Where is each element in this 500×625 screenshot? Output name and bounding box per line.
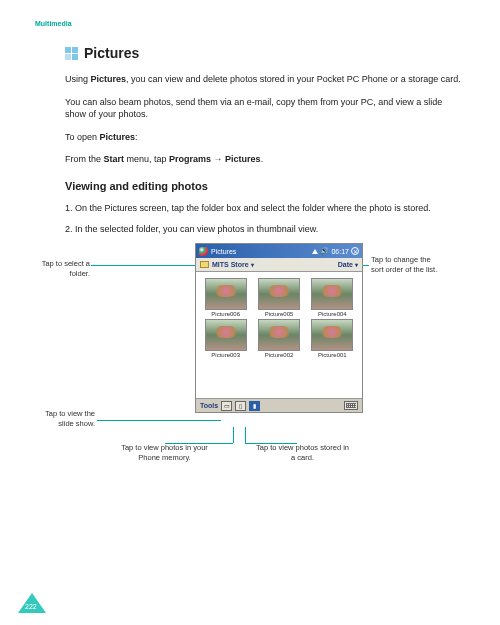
keyboard-icon[interactable] [344,401,358,410]
photo-thumbnail-icon [205,319,247,351]
page-header-section: Multimedia [35,20,465,27]
page-number: 222 [25,603,37,610]
photo-thumbnail-icon [311,278,353,310]
device-screenshot: Pictures 🔊 06:17 ✕ MITS Store▾ Date▾ Pic… [195,243,363,413]
device-titlebar: Pictures 🔊 06:17 ✕ [196,244,362,258]
storage-card-icon[interactable]: ▮ [249,401,260,411]
folder-icon [200,261,209,268]
callout-line-phone-v [233,427,234,443]
thumbnail-label: Picture004 [307,311,358,317]
callout-slideshow: Tap to view the slide show. [35,409,95,429]
close-icon[interactable]: ✕ [351,247,359,255]
squares-icon [65,47,78,60]
body-content: Using Pictures, you can view and delete … [65,73,465,483]
thumbnail-label: Picture005 [253,311,304,317]
photo-thumbnail-icon [258,319,300,351]
thumbnail-label: Picture006 [200,311,251,317]
callout-line-card-h [245,443,297,444]
screenshot-area: Tap to select a folder. Tap to change th… [65,243,465,483]
callout-line-folder [91,265,201,266]
para-2: You can also beam photos, send them via … [65,96,465,121]
thumbnail-item[interactable]: Picture002 [253,319,304,358]
step-1: 1. On the Pictures screen, tap the folde… [65,202,465,215]
callout-sort: Tap to change the sort order of the list… [371,255,443,275]
photo-thumbnail-icon [205,278,247,310]
subsection-heading: Viewing and editing photos [65,180,465,192]
para-4: From the Start menu, tap Programs → Pict… [65,153,465,166]
thumbnail-item[interactable]: Picture003 [200,319,251,358]
section-title-row: Pictures [65,45,465,61]
photo-thumbnail-icon [311,319,353,351]
callout-card: Tap to view photos stored in a card. [255,443,350,463]
speaker-icon: 🔊 [320,247,329,255]
folder-dropdown[interactable]: MITS Store▾ [212,261,254,268]
thumbnail-item[interactable]: Picture004 [307,278,358,317]
thumbnail-item[interactable]: Picture006 [200,278,251,317]
callout-line-phone-h [165,443,233,444]
device-subbar: MITS Store▾ Date▾ [196,258,362,272]
windows-flag-icon[interactable] [199,247,208,256]
callout-folder: Tap to select a folder. [35,259,90,279]
photo-thumbnail-icon [258,278,300,310]
device-app-title: Pictures [211,248,236,255]
callout-line-card-v [245,427,246,443]
thumbnail-label: Picture003 [200,352,251,358]
thumbnail-label: Picture001 [307,352,358,358]
thumbnail-item[interactable]: Picture001 [307,319,358,358]
thumbnail-label: Picture002 [253,352,304,358]
para-1: Using Pictures, you can view and delete … [65,73,465,86]
phone-memory-icon[interactable]: ▯ [235,401,246,411]
sort-dropdown[interactable]: Date▾ [338,261,358,268]
thumbnail-item[interactable]: Picture005 [253,278,304,317]
para-3: To open Pictures: [65,131,465,144]
tools-menu[interactable]: Tools [200,402,218,409]
callout-phone-memory: Tap to view photos in your Phone memory. [117,443,212,463]
callout-line-slideshow [97,420,221,421]
section-title: Pictures [84,45,139,61]
device-bottombar: Tools ▭ ▯ ▮ [196,398,362,412]
thumbnail-area: Picture006 Picture005 Picture004 Picture… [196,272,362,398]
signal-icon [312,249,318,254]
slideshow-icon[interactable]: ▭ [221,401,232,411]
device-time: 06:17 [331,248,349,255]
step-2: 2. In the selected folder, you can view … [65,223,465,236]
